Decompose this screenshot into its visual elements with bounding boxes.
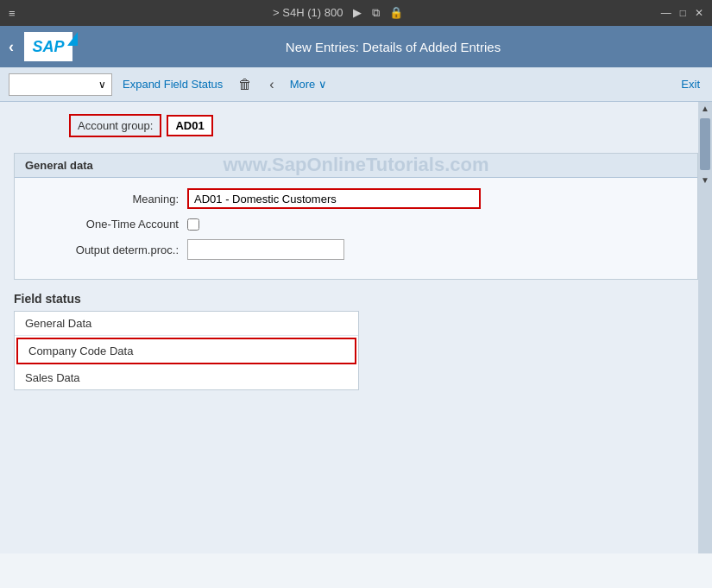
output-row: Output determ.proc.: [32,239,680,260]
sap-logo-text: SAP [32,38,64,56]
more-button[interactable]: More ∨ [287,76,331,92]
menu-icon[interactable]: ≡ [9,7,16,20]
more-label: More [290,78,316,91]
output-label: Output determ.proc.: [32,243,187,256]
select-chevron-icon: ∨ [98,79,106,91]
close-button[interactable]: ✕ [695,7,703,19]
account-group-row: Account group: AD01 [0,102,712,146]
chevron-icon: > [273,6,280,19]
meaning-row: Meaning: [32,188,680,209]
system-label: S4H (1) 800 [282,6,343,19]
title-bar: ≡ > S4H (1) 800 ▶ ⧉ 🔒 — □ ✕ [0,0,712,26]
header-bar: ‹ SAP New Entries: Details of Added Entr… [0,26,712,67]
content-wrapper: www.SapOnlineTutorials.com Account group… [0,102,712,588]
scroll-indicator: ▲ ▼ [698,102,712,553]
field-status-table: General Data Company Code Data Sales Dat… [14,311,359,390]
one-time-label: One-Time Account [32,218,187,231]
lock-icon: 🔒 [389,6,403,19]
field-status-general-data[interactable]: General Data [15,312,358,336]
one-time-row: One-Time Account [32,218,680,231]
expand-field-status-button[interactable]: Expand Field Status [119,76,226,92]
title-bar-left: ≡ [9,7,16,20]
field-status-header: Field status [14,287,698,311]
account-group-value: AD01 [167,115,212,136]
one-time-checkbox[interactable] [187,218,199,231]
more-chevron-icon: ∨ [318,78,327,91]
page-title: New Entries: Details of Added Entries [83,40,703,54]
back-button[interactable]: ‹ [9,38,14,56]
general-data-header: General data [15,154,697,178]
play-icon[interactable]: ▶ [353,6,362,19]
sap-logo: SAP [24,32,72,61]
scroll-down-button[interactable]: ▼ [699,174,711,187]
main-content: www.SapOnlineTutorials.com Account group… [0,102,712,553]
meaning-input[interactable] [187,188,481,209]
minimize-button[interactable]: — [661,7,671,19]
scroll-thumb[interactable] [700,118,710,170]
field-status-sales-data[interactable]: Sales Data [15,366,358,389]
account-group-label-text: Account group: [78,119,153,132]
toolbar: ∨ Expand Field Status 🗑 ‹ More ∨ Exit [0,67,712,102]
general-data-section: General data Meaning: One-Time Account O… [14,153,698,280]
general-data-body: Meaning: One-Time Account Output determ.… [15,178,697,279]
meaning-label: Meaning: [32,193,187,205]
field-status-company-code-data[interactable]: Company Code Data [16,338,356,364]
field-status-section: Field status General Data Company Code D… [14,287,698,390]
toolbar-select[interactable]: ∨ [9,73,112,96]
maximize-button[interactable]: □ [680,7,686,19]
delete-button[interactable]: 🗑 [233,75,257,94]
copy-icon[interactable]: ⧉ [372,6,380,19]
sap-logo-triangle [67,32,78,46]
scroll-up-button[interactable]: ▲ [699,102,711,115]
title-bar-right: — □ ✕ [661,7,703,19]
account-group-label: Account group: [69,114,161,137]
title-bar-center: > S4H (1) 800 ▶ ⧉ 🔒 [273,6,403,20]
prev-button[interactable]: ‹ [264,75,279,94]
exit-button[interactable]: Exit [677,76,703,92]
output-input[interactable] [187,239,344,260]
